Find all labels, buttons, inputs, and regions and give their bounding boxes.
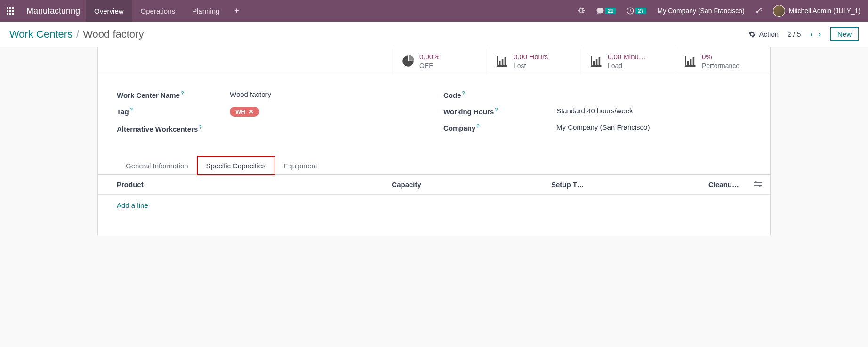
col-options[interactable] [747, 175, 770, 195]
label-company: Company? [443, 123, 556, 132]
company-field[interactable]: My Company (San Francisco) [556, 123, 751, 131]
add-line-button[interactable]: Add a line [117, 201, 148, 209]
stat-label: OEE [419, 62, 440, 70]
action-menu-button[interactable]: Action [748, 30, 779, 38]
pager-text[interactable]: 2 / 5 [787, 30, 801, 38]
pie-chart-icon [402, 55, 415, 68]
stat-row: 0.00% OEE 0.00 Hours Lost 0.00 Minu… Loa… [98, 47, 770, 75]
columns-options-icon[interactable] [754, 181, 763, 188]
help-icon[interactable]: ? [130, 107, 133, 112]
stat-value: 0% [702, 52, 739, 62]
svg-rect-4 [9, 10, 11, 12]
label-workcenter-name: Work Center Name? [117, 90, 230, 99]
pager-next-icon[interactable]: › [818, 29, 822, 39]
svg-rect-2 [12, 7, 14, 9]
messages-badge: 21 [605, 8, 616, 14]
main-navbar: Manufacturing Overview Operations Planni… [0, 0, 868, 22]
form-sheet: 0.00% OEE 0.00 Hours Lost 0.00 Minu… Loa… [97, 47, 771, 235]
nav-planning[interactable]: Planning [184, 0, 228, 22]
label-tag: Tag? [117, 107, 230, 116]
bar-chart-icon [590, 55, 603, 68]
nav-overview[interactable]: Overview [86, 0, 132, 22]
tab-equipment[interactable]: Equipment [274, 157, 326, 174]
working-hours-field[interactable]: Standard 40 hours/week [556, 107, 751, 115]
svg-rect-1 [9, 7, 11, 9]
user-menu[interactable]: Mitchell Admin (JULY_1) [773, 5, 860, 17]
svg-rect-5 [12, 10, 14, 12]
col-setup[interactable]: Setup T… [429, 175, 592, 195]
avatar [773, 5, 785, 17]
stat-value: 0.00% [419, 52, 440, 62]
gear-icon [748, 31, 756, 38]
svg-rect-11 [502, 59, 504, 65]
app-brand[interactable]: Manufacturing [21, 6, 86, 16]
nav-operations[interactable]: Operations [132, 0, 184, 22]
company-switcher[interactable]: My Company (San Francisco) [655, 7, 747, 15]
breadcrumb-parent[interactable]: Work Centers [9, 28, 72, 40]
stat-label: Lost [514, 62, 548, 70]
user-name: Mitchell Admin (JULY_1) [789, 7, 860, 15]
label-alt-workcenters: Alternative Workcenters? [117, 124, 230, 133]
help-icon[interactable]: ? [462, 90, 466, 96]
svg-rect-16 [687, 61, 689, 65]
stat-oee[interactable]: 0.00% OEE [394, 47, 488, 75]
tools-icon[interactable] [754, 5, 766, 17]
svg-rect-15 [599, 57, 601, 65]
capacities-table: Product Capacity Setup T… Cleanu… Add a [98, 175, 770, 235]
tag-field[interactable]: WH ✕ [230, 107, 425, 117]
breadcrumb: Work Centers / Wood factory [9, 28, 144, 40]
toolbar: Work Centers / Wood factory Action 2 / 5… [0, 22, 868, 47]
action-label: Action [759, 30, 779, 38]
svg-rect-13 [593, 61, 595, 65]
tag-pill: WH ✕ [230, 107, 259, 117]
tabs: General Information Specific Capacities … [98, 157, 770, 175]
nav-add-icon[interactable]: + [228, 7, 245, 15]
svg-rect-22 [754, 185, 762, 186]
help-icon[interactable]: ? [181, 90, 184, 96]
tag-remove-icon[interactable]: ✕ [249, 108, 254, 115]
svg-rect-3 [7, 10, 8, 12]
svg-rect-20 [754, 182, 762, 183]
breadcrumb-sep: / [76, 28, 79, 40]
label-working-hours: Working Hours? [443, 107, 556, 116]
help-icon[interactable]: ? [495, 107, 498, 112]
bar-chart-icon [684, 55, 697, 68]
workcenter-name-field[interactable]: Wood factory [230, 90, 425, 98]
table-row: Add a line [98, 194, 770, 216]
svg-rect-17 [690, 59, 692, 65]
svg-rect-0 [7, 7, 8, 9]
stat-performance[interactable]: 0% Performance [676, 47, 770, 75]
col-cleanup[interactable]: Cleanu… [592, 175, 747, 195]
svg-rect-18 [693, 57, 695, 65]
help-icon[interactable]: ? [199, 124, 202, 130]
activities-badge: 27 [635, 8, 646, 14]
bar-chart-icon [496, 55, 509, 68]
messages-icon[interactable]: 21 [594, 5, 618, 17]
help-icon[interactable]: ? [476, 123, 480, 129]
activities-icon[interactable]: 27 [624, 5, 648, 17]
stat-load[interactable]: 0.00 Minu… Load [582, 47, 676, 75]
svg-rect-8 [12, 13, 14, 15]
stat-label: Load [608, 62, 646, 70]
stat-label: Performance [702, 62, 739, 70]
stat-value: 0.00 Minu… [608, 52, 646, 62]
table-row [98, 216, 770, 235]
col-capacity[interactable]: Capacity [278, 175, 429, 195]
pager-prev-icon[interactable]: ‹ [809, 29, 813, 39]
stat-lost[interactable]: 0.00 Hours Lost [488, 47, 582, 75]
svg-rect-14 [596, 59, 598, 65]
tab-specific-capacities[interactable]: Specific Capacities [197, 157, 275, 175]
tag-text: WH [235, 108, 246, 115]
apps-icon[interactable] [4, 4, 17, 17]
svg-rect-12 [505, 57, 506, 65]
stat-value: 0.00 Hours [514, 52, 548, 62]
breadcrumb-current: Wood factory [83, 28, 144, 40]
svg-rect-10 [499, 61, 501, 65]
debug-icon[interactable] [575, 5, 587, 17]
col-product[interactable]: Product [98, 175, 278, 195]
tab-general-information[interactable]: General Information [117, 157, 197, 174]
svg-rect-7 [9, 13, 11, 15]
svg-rect-6 [7, 13, 8, 15]
new-button[interactable]: New [830, 27, 859, 41]
label-code: Code? [443, 90, 556, 99]
